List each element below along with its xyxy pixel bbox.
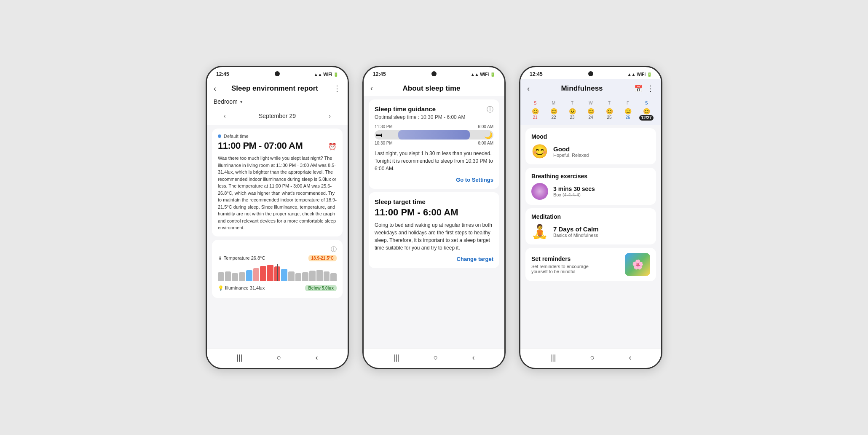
breathing-section-title: Breathing exercises: [531, 173, 650, 180]
meditation-emoji-icon: 🧘: [531, 223, 548, 239]
camera-2: [431, 71, 437, 76]
camera-3: [588, 71, 593, 76]
calendar-day-labels: S M T W T F S: [526, 100, 655, 106]
report-text: Was there too much light while you slept…: [218, 155, 337, 231]
change-target-link[interactable]: Change target: [375, 256, 493, 262]
back-button-3[interactable]: ‹: [527, 84, 530, 93]
back-button-1[interactable]: ‹: [214, 84, 216, 93]
breathing-section: Breathing exercises 3 mins 30 secs Box (…: [525, 168, 656, 205]
breathing-type: Box (4-4-4-4): [553, 192, 595, 197]
bottom-bar-3: ||| ○ ‹: [520, 349, 661, 368]
more-button-1[interactable]: ⋮: [333, 84, 341, 93]
signal-icons-2: ▲▲ WiFi 🔋: [471, 72, 495, 77]
status-time-2: 12:45: [373, 71, 386, 77]
mood-details: Good Hopeful, Relaxed: [553, 145, 589, 158]
meditation-section-title: Meditation: [531, 213, 650, 220]
reminders-section[interactable]: Set reminders Set reminders to encourage…: [525, 248, 656, 281]
bottom-bar-1: ||| ○ ‹: [207, 349, 348, 368]
mood-name: Good: [553, 145, 589, 153]
target-time-display: 11:00 PM - 6:00 AM: [375, 207, 493, 218]
recent-apps-icon-3[interactable]: |||: [550, 353, 556, 362]
cal-day-22[interactable]: 😊 22: [545, 108, 563, 121]
reminders-text: Set reminders Set reminders to encourage…: [531, 255, 599, 274]
meditation-name: 7 Days of Calm: [553, 226, 599, 233]
status-bar-1: 12:45 ▲▲ WiFi 🔋: [207, 67, 348, 79]
time-range-display: 11:00 PM - 07:00 AM: [218, 140, 303, 151]
back-icon[interactable]: ‹: [315, 353, 318, 362]
target-title: Sleep target time: [375, 198, 493, 205]
calendar-dates: 😊 21 😊 22 😟 23 😊 24 😊 25: [526, 108, 655, 121]
screen1-title: Sleep environment report: [231, 84, 318, 93]
illum-label: 💡 Illuminance 31.4lux: [218, 285, 265, 291]
clock-icon: ⏰: [328, 142, 337, 150]
target-desc: Going to bed and waking up at regular ti…: [375, 221, 493, 252]
screen3-title: Mindfulness: [561, 84, 603, 93]
recent-apps-icon[interactable]: |||: [237, 353, 243, 362]
cal-day-25[interactable]: 😊 25: [600, 108, 618, 121]
screen2-title: About sleep time: [403, 84, 461, 93]
cal-day-26[interactable]: 😐 26: [619, 108, 637, 121]
breathing-duration: 3 mins 30 secs: [553, 185, 595, 192]
sleep-bar: 11:30 PM 6:00 AM 🛏 🌙 10:30 PM 6:00 AM: [375, 124, 493, 145]
home-icon-3[interactable]: ○: [590, 353, 595, 362]
phone-screen-2: 12:45 ▲▲ WiFi 🔋 ‹ About sleep time Sleep…: [362, 66, 506, 369]
sleep-target-card: Sleep target time 11:00 PM - 6:00 AM Goi…: [369, 192, 499, 268]
mood-row: 😊 Good Hopeful, Relaxed: [531, 143, 650, 159]
sleep-end-time-top: 6:00 AM: [478, 124, 493, 129]
meditation-sub: Basics of Mindfulness: [553, 233, 599, 238]
meditation-details: 7 Days of Calm Basics of Mindfulness: [553, 226, 599, 238]
screen3-header: ‹ Mindfulness 📅 ⋮: [520, 79, 661, 97]
cal-label-sat: S: [638, 100, 655, 106]
calendar-icon[interactable]: 📅: [634, 85, 643, 93]
blue-dot-icon: [218, 134, 221, 138]
guidance-header-row: Sleep time guidance ⓘ: [375, 105, 493, 114]
back-button-2[interactable]: ‹: [370, 84, 373, 93]
go-to-settings-link[interactable]: Go to Settings: [375, 177, 493, 183]
screen1-content: ‹ Sleep environment report ⋮ Bedroom ▼ ‹…: [207, 79, 348, 349]
mood-emoji-icon: 😊: [531, 143, 548, 159]
cal-day-21[interactable]: 😊 21: [526, 108, 544, 121]
sleep-end-time-bottom: 6:00 AM: [478, 141, 493, 145]
phone-screen-3: 12:45 ▲▲ WiFi 🔋 ‹ Mindfulness 📅 ⋮ S M T …: [519, 66, 662, 369]
optimal-sleep-text: Optimal sleep time : 10:30 PM - 6:00 AM: [375, 114, 493, 120]
breathing-row: 3 mins 30 secs Box (4-4-4-4): [531, 183, 650, 200]
back-icon-3[interactable]: ‹: [629, 353, 631, 362]
cal-day-today[interactable]: 😊 12/27: [638, 108, 655, 121]
mindfulness-calendar: S M T W T F S 😊 21 😊 22 😟 23: [520, 97, 661, 125]
screen2-content: ‹ About sleep time Sleep time guidance ⓘ…: [364, 79, 504, 349]
camera-1: [275, 71, 280, 76]
sleep-guidance-card: Sleep time guidance ⓘ Optimal sleep time…: [369, 99, 499, 189]
back-icon-2[interactable]: ‹: [472, 353, 474, 362]
more-button-3[interactable]: ⋮: [647, 84, 654, 93]
mood-sub-text: Hopeful, Relaxed: [553, 153, 589, 158]
bottom-bar-2: ||| ○ ‹: [364, 349, 504, 368]
bed-icon: 🛏: [375, 131, 382, 139]
moon-icon: 🌙: [484, 131, 493, 139]
dropdown-arrow-icon: ▼: [239, 99, 244, 104]
info-icon: ⓘ: [218, 244, 337, 255]
sleep-bar-fill: [398, 130, 469, 140]
current-date: September 29: [259, 113, 296, 119]
room-selector[interactable]: Bedroom ▼: [207, 97, 348, 108]
status-time-1: 12:45: [216, 71, 229, 77]
screen2-header: ‹ About sleep time: [364, 79, 504, 96]
meditation-row: 🧘 7 Days of Calm Basics of Mindfulness: [531, 223, 650, 239]
status-bar-2: 12:45 ▲▲ WiFi 🔋: [364, 67, 504, 79]
home-icon[interactable]: ○: [277, 353, 281, 362]
signal-icons-1: ▲▲ WiFi 🔋: [314, 72, 338, 77]
reminders-image-icon: 🌸: [625, 253, 650, 276]
home-icon-2[interactable]: ○: [434, 353, 438, 362]
recent-apps-icon-2[interactable]: |||: [394, 353, 399, 362]
cal-day-24[interactable]: 😊 24: [582, 108, 600, 121]
temp-label: 🌡 Temperature 26.8°C: [218, 255, 265, 260]
next-date-button[interactable]: ›: [329, 113, 331, 119]
prev-date-button[interactable]: ‹: [224, 113, 226, 119]
cal-label-sun: S: [526, 100, 544, 106]
screen3-content: ‹ Mindfulness 📅 ⋮ S M T W T F S 😊 21: [520, 79, 661, 349]
guidance-info-icon: ⓘ: [487, 105, 493, 114]
temp-chart-header: 🌡 Temperature 26.8°C 18.9-21.5°C: [218, 255, 337, 261]
default-time-label: Default time: [218, 134, 337, 139]
cal-day-23[interactable]: 😟 23: [563, 108, 581, 121]
sleep-bar-track: 🛏 🌙: [375, 130, 493, 140]
cal-label-mon: M: [545, 100, 563, 106]
